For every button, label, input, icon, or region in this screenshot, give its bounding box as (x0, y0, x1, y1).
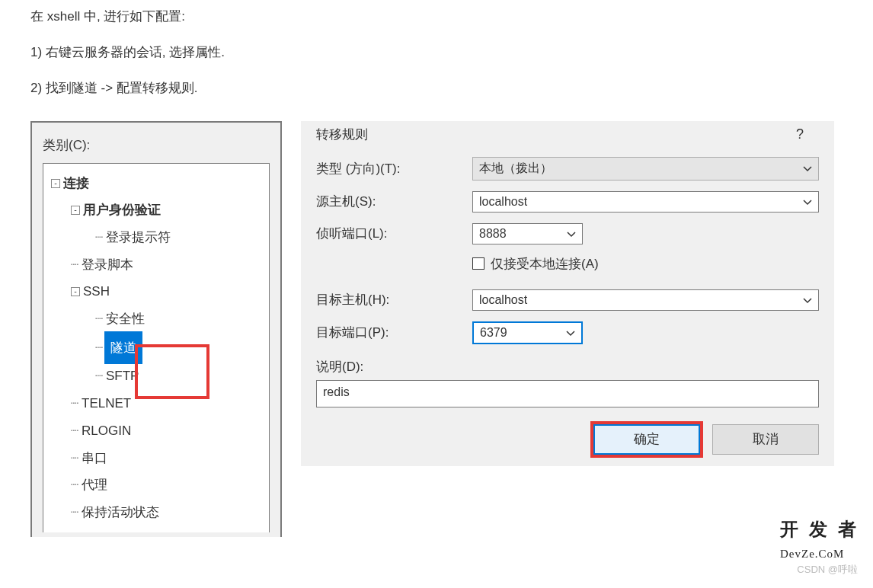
tree-connector-icon: ┈ (95, 224, 106, 251)
tree-item-serial[interactable]: ┈ 串口 (46, 445, 266, 472)
tree-item-security[interactable]: ┈ 安全性 (46, 305, 266, 333)
tree-connector-icon: ┈ (71, 417, 82, 445)
tree-item-auth[interactable]: - 用户身份验证 (46, 197, 266, 224)
cancel-button[interactable]: 取消 (712, 424, 819, 455)
tree-connector-icon: ┈ (95, 305, 106, 333)
target-host-combobox[interactable]: localhost (472, 289, 819, 311)
tree-item-login-script[interactable]: ┈ 登录脚本 (46, 251, 266, 279)
watermark-csdn: CSDN @呼啦 (797, 563, 858, 577)
tree-item-ssh[interactable]: - SSH (46, 278, 266, 305)
tree-connector-icon: ┈ (71, 251, 82, 279)
category-panel: 类别(C): - 连接 - 用户身份验证 ┈ 登录提示符 ┈ 登录脚本 - SS… (30, 121, 282, 537)
local-only-checkbox-row[interactable]: 仅接受本地连接(A) (472, 255, 819, 273)
type-label: 类型 (方向)(T): (316, 160, 472, 177)
tree-connector-icon: ┈ (71, 499, 82, 526)
tree-item-keepalive[interactable]: ┈ 保持活动状态 (46, 499, 266, 526)
source-host-label: 源主机(S): (316, 193, 472, 210)
ok-button[interactable]: 确定 (593, 424, 700, 455)
tree-connector-icon: ┈ (71, 445, 82, 472)
tree-item-tunnel[interactable]: ┈ 隧道 (46, 333, 266, 363)
chevron-down-icon (803, 161, 812, 175)
forwarding-rule-dialog: 转移规则 ? 类型 (方向)(T): 本地（拨出） 源主机(S): localh… (301, 121, 834, 466)
chevron-down-icon (803, 293, 812, 307)
tree-connector-icon: ┈ (71, 390, 82, 417)
tree-item-login-prompt[interactable]: ┈ 登录提示符 (46, 224, 266, 251)
listen-port-combobox[interactable]: 8888 (472, 223, 583, 244)
description-input[interactable]: redis (316, 380, 819, 407)
intro-line-3: 2) 找到隧道 -> 配置转移规则. (30, 78, 843, 100)
chevron-down-icon (803, 195, 812, 209)
tree-item-rlogin[interactable]: ┈ RLOGIN (46, 417, 266, 445)
description-label: 说明(D): (316, 358, 819, 375)
intro-line-1: 在 xshell 中, 进行如下配置: (30, 6, 843, 28)
dialog-title: 转移规则 (316, 126, 368, 143)
source-host-combobox[interactable]: localhost (472, 191, 819, 213)
checkbox-icon[interactable] (472, 257, 484, 270)
tree-connector-icon: ┈ (71, 471, 82, 499)
target-port-combobox[interactable]: 6379 (472, 321, 583, 344)
collapse-icon[interactable]: - (71, 287, 80, 296)
tree-item-telnet[interactable]: ┈ TELNET (46, 390, 266, 417)
collapse-icon[interactable]: - (51, 179, 60, 188)
tree-connector-icon: ┈ (95, 334, 106, 362)
collapse-icon[interactable]: - (71, 206, 80, 215)
category-tree[interactable]: - 连接 - 用户身份验证 ┈ 登录提示符 ┈ 登录脚本 - SSH ┈ 安全性 (43, 163, 270, 532)
watermark-brand: 开 发 者 DevZe.CoM (780, 517, 859, 562)
help-icon[interactable]: ? (796, 126, 804, 142)
tree-item-connection[interactable]: - 连接 (46, 170, 266, 197)
tree-item-tunnel-selected[interactable]: 隧道 (106, 333, 141, 363)
tree-item-sftp[interactable]: ┈ SFTP (46, 363, 266, 390)
type-dropdown[interactable]: 本地（拨出） (472, 157, 819, 181)
category-label: 类别(C): (43, 136, 270, 154)
intro-line-2: 1) 右键云服务器的会话, 选择属性. (30, 42, 843, 64)
chevron-down-icon (566, 326, 575, 340)
target-port-label: 目标端口(P): (316, 324, 472, 341)
target-host-label: 目标主机(H): (316, 291, 472, 308)
chevron-down-icon (567, 227, 576, 241)
local-only-label: 仅接受本地连接(A) (491, 255, 599, 273)
listen-port-label: 侦听端口(L): (316, 225, 472, 242)
tree-item-proxy[interactable]: ┈ 代理 (46, 471, 266, 499)
tree-connector-icon: ┈ (95, 363, 106, 390)
